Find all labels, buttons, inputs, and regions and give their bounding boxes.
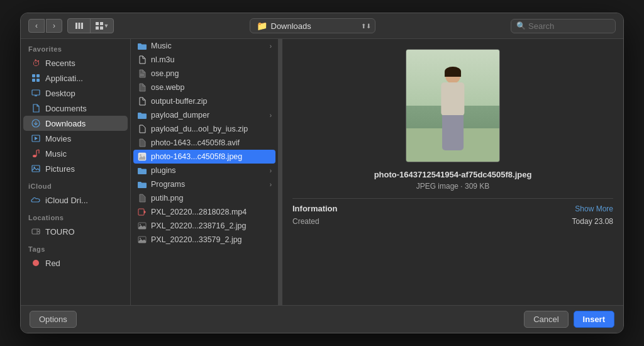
sidebar-item-movies[interactable]: Movies [23, 131, 128, 146]
file-item-payload-dumper[interactable]: payload_dumper › [131, 108, 278, 122]
file-item-photo-avif[interactable]: photo-1643...c4505f8.avif [131, 136, 278, 150]
svg-rect-21 [32, 165, 40, 172]
file-name-ose-webp: ose.webp [151, 83, 185, 92]
sidebar-item-icloud-label: iCloud Dri... [45, 196, 88, 205]
file-item-programs[interactable]: Programs › [131, 177, 278, 191]
file-name-pxl-jpg-2: PXL_20220...33579_2.jpg [151, 235, 242, 244]
svg-rect-8 [36, 74, 40, 77]
tags-label: Tags [21, 239, 130, 255]
file-item-plugins[interactable]: plugins › [131, 164, 278, 177]
svg-rect-4 [100, 22, 103, 25]
file-item-nl-m3u[interactable]: nl.m3u [131, 53, 278, 67]
created-value: Today 23.08 [572, 217, 613, 226]
cancel-button[interactable]: Cancel [524, 311, 568, 328]
svg-point-34 [140, 224, 141, 225]
sidebar-item-icloud-drive[interactable]: iCloud Dri... [23, 193, 128, 208]
file-name-pxl-jpg-1: PXL_20220...238716_2.jpg [151, 221, 247, 230]
preview-image-container [406, 49, 500, 162]
back-button[interactable]: ‹ [28, 19, 45, 33]
svg-point-26 [33, 260, 39, 266]
folder-icon-programs [137, 179, 147, 189]
file-name-nl-m3u: nl.m3u [151, 55, 175, 64]
sidebar-item-pictures[interactable]: Pictures [23, 161, 128, 176]
sidebar: Favorites ⏱ Recents Applicati... [21, 39, 131, 305]
file-item-payload-zip[interactable]: payload_du...ool_by_ius.zip [131, 122, 278, 136]
sidebar-item-red-tag[interactable]: Red [23, 255, 128, 271]
documents-icon [31, 103, 41, 113]
toolbar: ‹ › ▼ 📁 [21, 13, 623, 39]
sidebar-item-touro[interactable]: TOURO [23, 224, 128, 239]
location-bar: 📁 Downloads ⬆⬇ [119, 18, 506, 33]
file-item-putih-png[interactable]: putih.png [131, 191, 278, 205]
sidebar-item-applications[interactable]: Applicati... [23, 70, 128, 86]
insert-button[interactable]: Insert [574, 311, 614, 328]
pictures-icon [31, 164, 41, 174]
file-icon-ose-webp [137, 82, 147, 92]
file-icon-pxl-jpg-2 [137, 235, 147, 245]
svg-rect-12 [35, 96, 37, 97]
chevron-icon: ⬆⬇ [361, 23, 371, 30]
file-icon-photo-avif [137, 138, 147, 148]
file-item-pxl-jpg-1[interactable]: PXL_20220...238716_2.jpg [131, 219, 278, 233]
show-more-button[interactable]: Show More [575, 204, 613, 213]
arrow-icon-plugins: › [270, 167, 272, 174]
folder-icon: 📁 [257, 21, 267, 31]
options-button[interactable]: Options [30, 311, 77, 328]
preview-filename: photo-1643712541954-af75dc4505f8.jpeg [374, 170, 532, 179]
sidebar-item-recents-label: Recents [45, 59, 75, 68]
file-item-ose-png[interactable]: ose.png [131, 67, 278, 81]
movies-icon [31, 133, 41, 143]
file-icon-pxl-jpg-1 [137, 221, 147, 231]
folder-icon-plugins [137, 165, 147, 176]
file-item-music[interactable]: Music › [131, 39, 278, 53]
file-item-photo-jpeg[interactable]: photo-1643...c4505f8.jpeg [133, 150, 275, 164]
preview-info-header: Information Show More [292, 204, 613, 213]
svg-rect-3 [96, 22, 99, 25]
file-item-pxl-mp4[interactable]: PXL_20220...2818028.mp4 [131, 205, 278, 219]
icloud-label: iCloud [21, 176, 130, 193]
file-item-pxl-jpg-2[interactable]: PXL_20220...33579_2.jpg [131, 233, 278, 247]
file-name-photo-jpeg: photo-1643...c4505f8.jpeg [151, 152, 242, 161]
info-label: Information [292, 204, 338, 213]
file-icon-putih-png [137, 193, 147, 203]
svg-rect-11 [32, 90, 40, 95]
grid-view-button[interactable]: ▼ [91, 19, 113, 33]
sidebar-item-red-label: Red [45, 259, 60, 268]
nav-buttons: ‹ › [28, 19, 62, 33]
preview-filetype: JPEG image · 309 KB [416, 182, 490, 191]
svg-marker-16 [35, 137, 38, 140]
search-input[interactable] [528, 21, 610, 31]
svg-rect-7 [32, 74, 35, 77]
sidebar-item-downloads[interactable]: Downloads [23, 116, 128, 131]
location-selector[interactable]: 📁 Downloads ⬆⬇ [250, 18, 375, 33]
forward-button[interactable]: › [46, 19, 62, 33]
recents-icon: ⏱ [31, 58, 41, 68]
sidebar-item-music-label: Music [45, 149, 67, 159]
svg-rect-31 [138, 209, 144, 215]
column-view-button[interactable] [68, 19, 91, 33]
footer: Options Cancel Insert [21, 305, 623, 333]
file-name-programs: Programs [151, 180, 185, 189]
sidebar-item-music[interactable]: Music [23, 146, 128, 161]
sidebar-item-recents[interactable]: ⏱ Recents [23, 55, 128, 70]
file-name-ose-png: ose.png [151, 69, 179, 78]
info-row-created: Created Today 23.08 [292, 217, 613, 226]
sidebar-item-desktop[interactable]: Desktop [23, 86, 128, 101]
svg-point-30 [140, 154, 141, 155]
red-tag-icon [31, 258, 41, 268]
svg-rect-10 [36, 79, 40, 82]
svg-rect-27 [140, 74, 144, 76]
file-item-ose-webp[interactable]: ose.webp [131, 81, 278, 94]
svg-rect-6 [100, 26, 103, 30]
file-name-music: Music [151, 42, 172, 50]
file-name-pxl-mp4: PXL_20220...2818028.mp4 [151, 208, 247, 216]
icloud-icon [31, 195, 41, 205]
svg-point-36 [140, 238, 141, 239]
file-item-output-buffer-zip[interactable]: output-buffer.zip [131, 94, 278, 108]
file-name-output-buffer: output-buffer.zip [151, 97, 207, 106]
folder-icon-music [137, 41, 147, 51]
svg-point-17 [33, 155, 36, 157]
sidebar-item-documents[interactable]: Documents [23, 101, 128, 116]
downloads-icon [31, 118, 41, 128]
music-icon [31, 148, 41, 159]
